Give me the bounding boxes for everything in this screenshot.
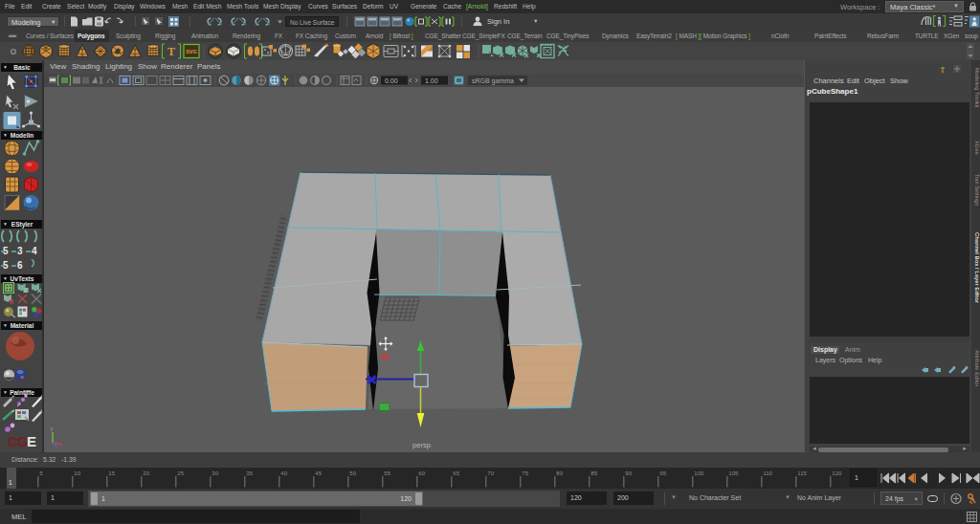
svg-text:20: 20	[143, 470, 149, 476]
svg-text:35: 35	[246, 470, 253, 476]
svg-text:5: 5	[39, 470, 43, 476]
svg-text:persp: persp	[412, 441, 431, 449]
svg-text:55: 55	[384, 470, 390, 476]
svg-text:100: 100	[694, 470, 704, 476]
svg-text:4: 4	[32, 246, 37, 256]
svg-text:120: 120	[832, 470, 842, 476]
svg-text:0.00: 0.00	[385, 77, 398, 84]
svg-text:40: 40	[280, 470, 287, 476]
svg-text:75: 75	[522, 470, 528, 476]
svg-text:SVG: SVG	[186, 49, 197, 55]
svg-text:15: 15	[108, 470, 115, 476]
svg-text:85: 85	[590, 470, 597, 476]
svg-text:50: 50	[349, 470, 356, 476]
svg-text:45: 45	[315, 470, 322, 476]
svg-text:10: 10	[74, 470, 80, 476]
svg-text:30: 30	[212, 470, 218, 476]
svg-text:115: 115	[797, 470, 807, 476]
svg-text:T: T	[167, 45, 175, 58]
svg-text:Y: Y	[50, 426, 54, 432]
svg-text:25: 25	[177, 470, 184, 476]
svg-text:6: 6	[17, 260, 23, 271]
svg-text:70: 70	[487, 470, 494, 476]
svg-text:110: 110	[763, 470, 772, 476]
svg-text:95: 95	[659, 470, 666, 476]
svg-text:80: 80	[556, 470, 563, 476]
svg-text:65: 65	[453, 470, 459, 476]
svg-text:1.00: 1.00	[425, 77, 438, 84]
svg-text:105: 105	[728, 470, 739, 476]
svg-text:60: 60	[418, 470, 425, 476]
svg-text:E: E	[27, 433, 36, 449]
svg-text:3: 3	[17, 246, 23, 256]
svg-text:sRGB gamma: sRGB gamma	[472, 77, 514, 85]
svg-text:90: 90	[625, 470, 632, 476]
